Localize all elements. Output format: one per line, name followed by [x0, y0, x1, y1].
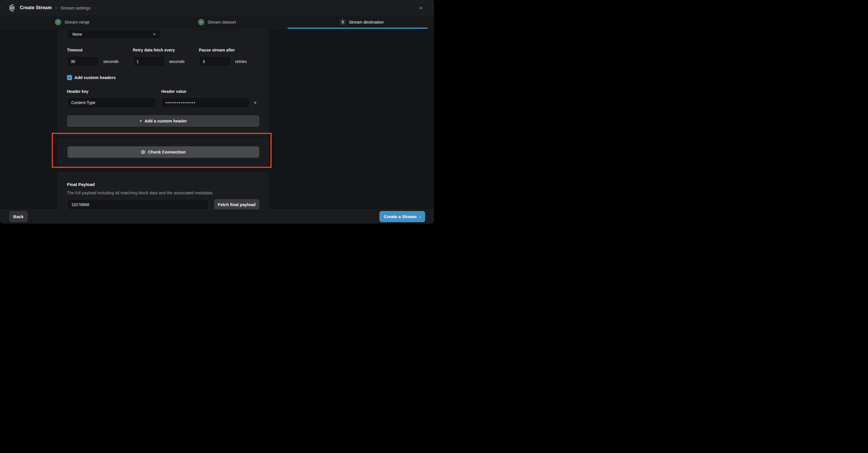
pause-suffix: retries: [235, 59, 247, 64]
reorg-handling-select[interactable]: None: [67, 30, 160, 39]
chevron-down-icon: [153, 32, 156, 36]
header: Create Stream › Stream settings ×: [0, 0, 434, 16]
step-number-badge: 3: [340, 19, 346, 25]
step-stream-dataset[interactable]: ✓ Stream dataset: [145, 16, 289, 28]
payload-block-input[interactable]: [67, 199, 209, 210]
add-custom-headers-checkbox[interactable]: ✓: [67, 75, 72, 80]
step-label: Stream destination: [349, 20, 384, 24]
remove-header-icon[interactable]: ×: [254, 100, 257, 105]
timeout-label: Timeout: [67, 48, 133, 52]
header-key-input[interactable]: [67, 97, 156, 108]
pause-label: Pause stream after: [199, 48, 247, 52]
close-icon[interactable]: ×: [418, 4, 424, 12]
gear-icon: [141, 150, 146, 154]
plus-icon: +: [140, 118, 142, 124]
header-row: ×: [67, 97, 259, 108]
app-logo-icon: [9, 4, 17, 11]
footer-bar: Back Create a Stream ›: [0, 209, 434, 223]
retry-input[interactable]: [133, 56, 165, 67]
final-payload-card: Final Payload The full payload including…: [58, 171, 269, 212]
step-label: Stream range: [64, 20, 90, 24]
pause-input[interactable]: [199, 56, 231, 67]
chevron-right-icon: ›: [56, 5, 57, 10]
retry-label: Retry data fetch every: [133, 48, 199, 52]
custom-headers-toggle-row: ✓ Add custom headers: [67, 75, 259, 80]
header-key-label: Header key: [67, 89, 161, 94]
step-label: Stream dataset: [208, 20, 236, 24]
header-value-input[interactable]: [161, 97, 250, 108]
page-title: Create Stream: [20, 5, 52, 10]
retry-suffix: seconds: [169, 59, 185, 64]
timeout-input[interactable]: [67, 56, 99, 67]
check-icon: ✓: [198, 19, 204, 25]
step-stream-destination[interactable]: 3 Stream destination: [289, 16, 434, 28]
timing-fields-row: Timeout seconds Retry data fetch every s…: [67, 48, 259, 67]
back-button[interactable]: Back: [9, 211, 28, 222]
final-payload-title: Final Payload: [67, 182, 259, 187]
check-connection-label: Check Connection: [148, 149, 186, 154]
breadcrumb: Stream settings: [61, 5, 91, 10]
final-payload-description: The full payload including all matching …: [67, 190, 259, 195]
create-stream-label: Create a Stream: [384, 214, 416, 219]
select-value: None: [72, 32, 82, 36]
header-labels-row: Header key Header value: [67, 89, 259, 94]
final-payload-row: Fetch final payload: [67, 199, 259, 210]
chevron-right-icon: ›: [419, 214, 421, 219]
fetch-final-payload-button[interactable]: Fetch final payload: [214, 199, 259, 210]
create-stream-button[interactable]: Create a Stream ›: [379, 211, 425, 222]
check-connection-button[interactable]: Check Connection: [67, 146, 259, 158]
check-icon: ✓: [55, 19, 61, 25]
stepper: ✓ Stream range ✓ Stream dataset 3 Stream…: [0, 16, 434, 29]
add-custom-header-label: Add a custom header: [145, 119, 187, 123]
destination-settings-card: None Timeout seconds Retry data fetch ev…: [58, 30, 269, 136]
add-custom-headers-label: Add custom headers: [74, 75, 116, 80]
add-custom-header-button[interactable]: + Add a custom header: [67, 115, 259, 127]
check-connection-card: Check Connection: [58, 138, 269, 167]
main-content: None Timeout seconds Retry data fetch ev…: [0, 29, 434, 223]
header-value-label: Header value: [161, 89, 186, 94]
timeout-suffix: seconds: [103, 59, 119, 64]
create-stream-modal: Create Stream › Stream settings × ✓ Stre…: [0, 0, 434, 223]
step-stream-range[interactable]: ✓ Stream range: [0, 16, 145, 28]
